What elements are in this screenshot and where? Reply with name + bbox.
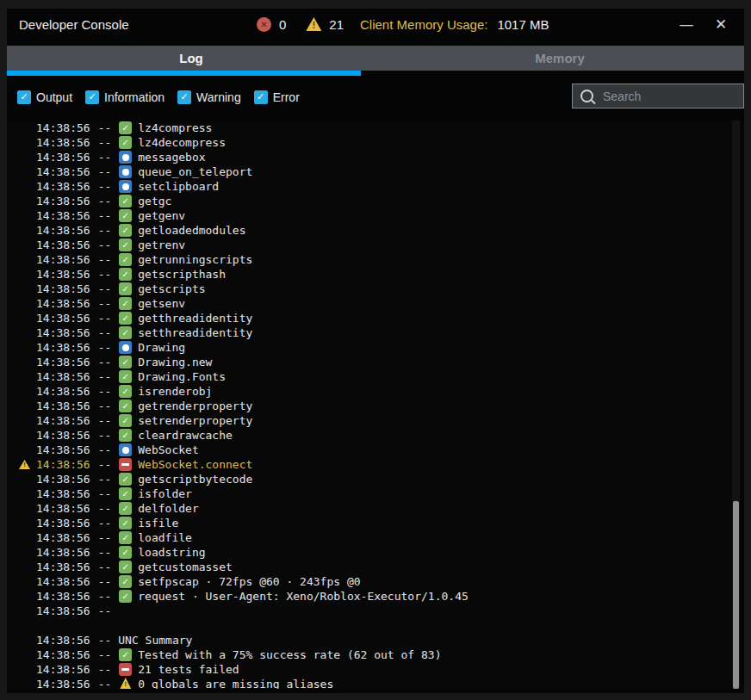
log-timestamp: 14:38:56 [36,326,90,339]
log-row: 14:38:56 -- loadfile [7,530,732,545]
log-row: 14:38:56 -- getscripts [7,282,732,296]
log-row: 14:38:56 -- UNC Summary [7,633,732,647]
log-timestamp: 14:38:56 [36,648,90,661]
filter-information[interactable]: Information [85,90,164,104]
window-controls: — ✕ [675,13,732,35]
log-message: setrenderproperty [138,414,252,427]
log-message: getgenv [138,209,185,222]
log-separator: -- [98,604,112,617]
log-row: 14:38:56 -- getrenv [7,238,732,252]
log-row: 14:38:56 -- Drawing [7,340,732,355]
log-separator: -- [98,195,112,208]
scrollbar-thumb[interactable] [733,501,739,689]
log-message: getcustomasset [138,561,233,573]
log-timestamp: 14:38:56 [36,473,90,486]
filter-warning[interactable]: Warning [177,90,241,104]
log-message: lz4decompress [138,136,226,149]
check-icon [119,326,132,339]
log-row: 14:38:56 -- loadstring [7,545,732,560]
log-separator: -- [98,297,112,310]
log-row: 14:38:56 -- Drawing.new [7,355,732,369]
log-separator: -- [98,634,112,647]
warning-count-icon [306,17,321,31]
log-row: 14:38:56 -- Tested with a 75% success ra… [7,647,732,662]
log-message: cleardrawcache [138,429,233,442]
log-message: getsenv [138,297,185,310]
filter-error[interactable]: Error [254,90,300,104]
log-separator: -- [98,575,112,588]
search-box[interactable] [572,84,744,108]
log-message: WebSocket [138,443,198,456]
log-message: isrenderobj [138,385,212,398]
log-message: isfile [138,517,178,530]
log-timestamp: 14:38:56 [36,546,90,559]
log-separator: -- [98,590,112,603]
log-list: 14:38:56 -- lz4compress 14:38:56 -- lz4d… [7,121,732,689]
log-message: getthreadidentity [138,312,252,325]
log-separator: -- [98,209,112,222]
log-row: 14:38:56 -- getgenv [7,208,732,223]
log-message: Drawing.Fonts [138,370,226,383]
log-row: 14:38:56 -- setfpscap · 72fps @60 · 243f… [7,574,732,589]
window-title: Developer Console [19,17,129,32]
info-icon [119,151,132,164]
tab-memory[interactable]: Memory [376,46,744,71]
warn-icon [119,678,132,689]
info-icon [119,443,132,456]
log-timestamp: 14:38:56 [36,356,90,369]
check-icon [119,356,132,369]
log-timestamp: 14:38:56 [36,663,90,676]
tab-log[interactable]: Log [7,46,376,71]
log-timestamp: 14:38:56 [36,209,90,222]
log-message: getrunningscripts [138,253,252,266]
scrollbar-track[interactable] [732,121,740,689]
log-separator: -- [98,678,112,689]
log-separator: -- [98,370,112,383]
log-message: getrenv [138,238,185,251]
error-checkbox[interactable] [254,90,268,104]
check-icon [119,385,132,398]
search-input[interactable] [601,89,734,104]
log-timestamp: 14:38:56 [36,121,90,134]
minimize-button[interactable]: — [675,13,698,35]
log-timestamp: 14:38:56 [36,414,90,427]
log-row: 14:38:56 -- 0 globals are missing aliase… [7,677,732,689]
log-message: setfpscap · 72fps @60 · 243fps @0 [138,575,360,588]
log-separator: -- [98,414,112,427]
log-output: 14:38:56 -- lz4compress 14:38:56 -- lz4d… [7,121,732,689]
log-timestamp: 14:38:56 [36,634,90,647]
warning-triangle-icon [19,460,30,469]
log-separator: -- [98,663,112,676]
check-icon [119,238,132,251]
log-separator: -- [98,648,112,661]
log-timestamp: 14:38:56 [36,224,90,237]
log-timestamp: 14:38:56 [36,678,90,689]
error-count-icon [257,17,271,32]
log-message: isfolder [138,487,192,500]
log-timestamp: 14:38:56 [36,487,90,500]
check-icon [119,502,132,515]
check-icon [119,531,132,544]
log-timestamp: 14:38:56 [36,531,90,544]
close-button[interactable]: ✕ [710,13,732,35]
log-row: 14:38:56 -- getloadedmodules [7,223,732,238]
log-message: Drawing.new [138,356,212,369]
filter-output[interactable]: Output [17,90,72,104]
log-timestamp: 14:38:56 [36,385,90,398]
log-timestamp: 14:38:56 [36,312,90,325]
check-icon [119,590,132,603]
check-icon [119,546,132,559]
information-checkbox[interactable] [85,90,99,104]
info-icon [119,341,132,354]
check-icon [119,297,132,310]
log-row: 14:38:56 -- 21 tests failed [7,662,732,677]
log-timestamp: 14:38:56 [36,282,90,295]
log-message: loadstring [138,546,205,559]
log-row: 14:38:56 -- setthreadidentity [7,325,732,340]
log-timestamp: 14:38:56 [36,195,90,208]
warning-checkbox[interactable] [177,90,191,104]
log-message: Tested with a 75% success rate (62 out o… [138,648,441,661]
output-checkbox[interactable] [17,90,31,104]
log-message: setthreadidentity [138,326,252,339]
log-separator: -- [98,165,112,178]
